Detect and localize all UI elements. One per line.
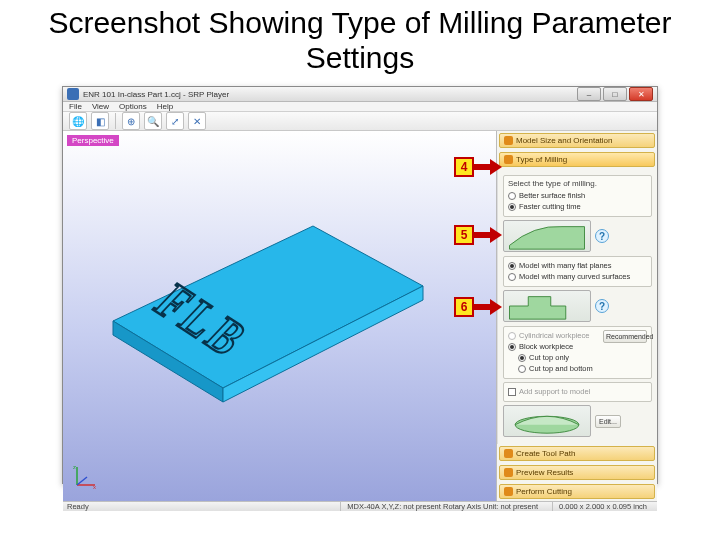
status-ready: Ready [67, 502, 89, 511]
toolbar: 🌐 ◧ ⊕ 🔍 ⤢ ✕ [63, 112, 657, 131]
panel-body-milling: Select the type of milling. Better surfa… [497, 169, 657, 444]
radio-block[interactable]: Block workpiece [508, 341, 600, 352]
shrink-icon[interactable]: ✕ [188, 112, 206, 130]
status-device: MDX-40A X,Y,Z: not present Rotary Axis U… [340, 502, 544, 511]
help-icon[interactable]: ? [595, 229, 609, 243]
group-model-shape: Model with many flat planes Model with m… [503, 256, 652, 287]
minimize-button[interactable]: – [577, 87, 601, 101]
radio-cut-top[interactable]: Cut top only [518, 352, 600, 363]
radio-cylindrical[interactable]: Cylindrical workpiece [508, 330, 600, 341]
menu-options[interactable]: Options [119, 102, 147, 111]
step-icon [504, 449, 513, 458]
help-icon[interactable]: ? [595, 299, 609, 313]
group-milling-type: Select the type of milling. Better surfa… [503, 175, 652, 217]
status-dimensions: 0.000 x 2.000 x 0.095 inch [552, 502, 653, 511]
preview-shape [503, 290, 591, 322]
radio-better-finish[interactable]: Better surface finish [508, 190, 647, 201]
panel-header-size[interactable]: Model Size and Orientation [499, 133, 655, 148]
step-icon [504, 155, 513, 164]
workspace: Perspective FLB z x [63, 131, 657, 501]
zoom-in-icon[interactable]: ⊕ [122, 112, 140, 130]
close-button[interactable]: ✕ [629, 87, 653, 101]
viewport[interactable]: Perspective FLB z x [63, 131, 497, 501]
panel-header-perform[interactable]: Perform Cutting [499, 484, 655, 499]
globe-icon[interactable]: 🌐 [69, 112, 87, 130]
app-icon [67, 88, 79, 100]
svg-text:z: z [73, 464, 76, 470]
step-icon [504, 468, 513, 477]
group-support: Add support to model [503, 382, 652, 402]
check-add-support[interactable]: Add support to model [508, 386, 647, 397]
axis-gizmo: z x [71, 463, 99, 491]
menu-view[interactable]: View [92, 102, 109, 111]
svg-text:x: x [93, 484, 96, 490]
menu-help[interactable]: Help [157, 102, 173, 111]
radio-cut-top-bottom[interactable]: Cut top and bottom [518, 363, 600, 374]
panel-header-preview[interactable]: Preview Results [499, 465, 655, 480]
zoom-fit-icon[interactable]: 🔍 [144, 112, 162, 130]
preview-finish [503, 220, 591, 252]
titlebar: ENR 101 In-class Part 1.ccj - SRP Player… [63, 87, 657, 102]
recommended-button[interactable]: Recommended [603, 330, 647, 343]
menu-file[interactable]: File [69, 102, 82, 111]
app-window: ENR 101 In-class Part 1.ccj - SRP Player… [62, 86, 658, 484]
step-icon [504, 487, 513, 496]
slide-title: Screenshot Showing Type of Milling Param… [0, 0, 720, 77]
step-icon [504, 136, 513, 145]
panel-header-milling[interactable]: Type of Milling [499, 152, 655, 167]
cube-icon[interactable]: ◧ [91, 112, 109, 130]
maximize-button[interactable]: □ [603, 87, 627, 101]
window-title: ENR 101 In-class Part 1.ccj - SRP Player [83, 90, 229, 99]
expand-icon[interactable]: ⤢ [166, 112, 184, 130]
viewport-label: Perspective [67, 135, 119, 146]
radio-flat-planes[interactable]: Model with many flat planes [508, 260, 647, 271]
svg-line-5 [77, 477, 87, 485]
group-title: Select the type of milling. [508, 179, 647, 188]
preview-cut [503, 405, 591, 437]
edit-button[interactable]: Edit... [595, 415, 621, 428]
radio-curved-surfaces[interactable]: Model with many curved surfaces [508, 271, 647, 282]
side-panel: Model Size and Orientation Type of Milli… [497, 131, 657, 501]
statusbar: Ready MDX-40A X,Y,Z: not present Rotary … [63, 501, 657, 511]
radio-faster-time[interactable]: Faster cutting time [508, 201, 647, 212]
model-3d: FLB [103, 216, 433, 416]
panel-header-toolpath[interactable]: Create Tool Path [499, 446, 655, 461]
group-workpiece: Cylindrical workpiece Block workpiece Cu… [503, 326, 652, 379]
menubar: File View Options Help [63, 102, 657, 112]
